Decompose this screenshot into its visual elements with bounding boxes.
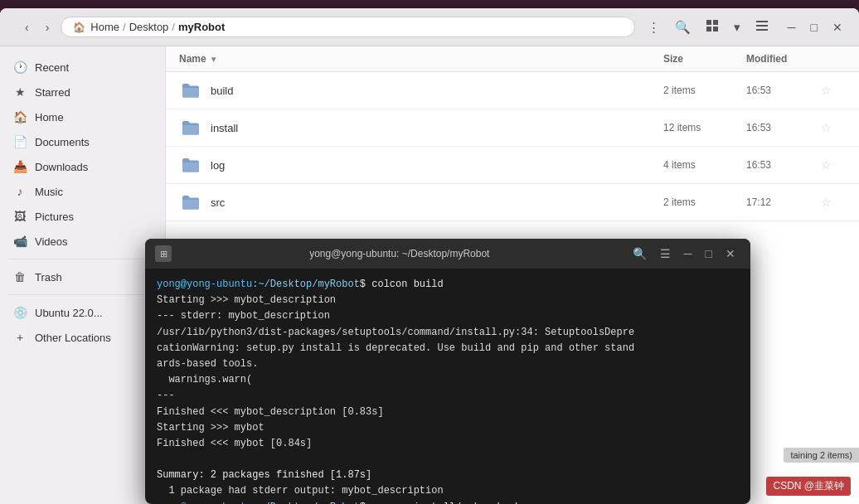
terminal-line-9: Finished <<< mybot_description [0.83s]	[157, 405, 739, 420]
terminal-line-13: Summary: 2 packages finished [1.87s]	[157, 468, 739, 483]
col-header-size[interactable]: Size	[663, 53, 746, 65]
sidebar-label-other: Other Locations	[35, 332, 152, 344]
name-header-label: Name	[179, 53, 206, 65]
terminal-line-6: ards-based tools.	[157, 356, 739, 372]
view-grid-button[interactable]	[700, 15, 725, 39]
sidebar-item-documents[interactable]: 📄 Documents	[0, 129, 165, 154]
folder-icon	[179, 192, 202, 212]
size-header-label: Size	[663, 53, 683, 65]
sidebar-label-pictures: Pictures	[35, 211, 152, 223]
sidebar-item-ubuntu[interactable]: 💿 Ubuntu 22.0...	[0, 300, 165, 325]
table-row[interactable]: log 4 items 16:53 ☆	[166, 147, 859, 184]
terminal-line-10: Starting >>> mybot	[157, 420, 739, 436]
more-options-button[interactable]: ⋮	[642, 16, 666, 39]
terminal-titlebar: ⊞ yong@yong-ubuntu: ~/Desktop/myRobot 🔍 …	[145, 239, 750, 269]
sidebar-item-videos[interactable]: 📹 Videos	[0, 229, 165, 254]
watermark: CSDN @韭菜钟	[766, 477, 851, 496]
file-list-header: Name ▼ Size Modified	[166, 46, 859, 72]
breadcrumb: 🏠 Home / Desktop / myRobot	[61, 17, 634, 37]
table-row[interactable]: install 12 items 16:53 ☆	[166, 109, 859, 147]
sidebar-item-trash[interactable]: 🗑 Trash	[0, 264, 165, 289]
title-bar: ‹ › 🏠 Home / Desktop / myRobot ⋮ 🔍 ▾	[0, 8, 859, 46]
modified-header-label: Modified	[746, 53, 787, 65]
file-name-build: build	[211, 85, 663, 97]
videos-icon: 📹	[13, 235, 27, 248]
svg-rect-2	[706, 27, 711, 32]
breadcrumb-home[interactable]: Home	[90, 21, 119, 33]
sidebar-label-trash: Trash	[35, 271, 152, 284]
window-actions: ─ □ ✕	[781, 17, 849, 37]
terminal-line-14: 1 package had stderr output: mybot_descr…	[157, 483, 739, 499]
minimize-button[interactable]: ─	[781, 17, 803, 37]
maximize-button[interactable]: □	[804, 17, 824, 37]
file-size-build: 2 items	[663, 85, 746, 96]
file-star-log[interactable]: ☆	[821, 158, 846, 172]
svg-rect-6	[756, 29, 768, 31]
col-header-modified[interactable]: Modified	[746, 53, 821, 65]
forward-button[interactable]: ›	[41, 17, 55, 37]
file-size-log: 4 items	[663, 159, 746, 171]
sort-arrow-icon: ▼	[210, 55, 218, 64]
sidebar-label-home: Home	[35, 111, 152, 124]
file-star-src[interactable]: ☆	[821, 196, 846, 209]
back-button[interactable]: ‹	[20, 17, 34, 37]
terminal-close-button[interactable]: ✕	[721, 245, 740, 263]
sidebar-divider2	[8, 294, 157, 295]
terminal-line-12	[157, 452, 739, 468]
sidebar-divider	[8, 259, 157, 259]
terminal-line-5: cationWarning: setup.py install is depre…	[157, 341, 739, 356]
sidebar-label-ubuntu: Ubuntu 22.0...	[35, 307, 152, 319]
file-star-build[interactable]: ☆	[821, 84, 846, 97]
breadcrumb-desktop[interactable]: Desktop	[129, 21, 169, 33]
col-header-name[interactable]: Name ▼	[179, 53, 663, 65]
sidebar-item-pictures[interactable]: 🖼 Pictures	[0, 204, 165, 229]
folder-icon	[179, 80, 202, 100]
file-star-install[interactable]: ☆	[821, 121, 846, 134]
terminal-body[interactable]: yong@yong-ubuntu:~/Desktop/myRobot$ colc…	[145, 269, 750, 504]
folder-icon	[179, 155, 202, 175]
watermark-text: CSDN @韭菜钟	[773, 480, 844, 492]
sidebar-item-downloads[interactable]: 📥 Downloads	[0, 154, 165, 179]
terminal-actions: 🔍 ☰ ─ □ ✕	[628, 245, 740, 263]
home-icon: 🏠	[73, 22, 85, 33]
sidebar-label-videos: Videos	[35, 235, 152, 248]
svg-rect-1	[713, 20, 718, 25]
sidebar-item-other-locations[interactable]: + Other Locations	[0, 325, 165, 350]
sidebar-label-recent: Recent	[35, 61, 152, 74]
svg-rect-3	[713, 27, 718, 32]
terminal-line-11: Finished <<< mybot [0.84s]	[157, 436, 739, 452]
starred-icon: ★	[13, 85, 27, 99]
file-modified-install: 16:53	[746, 122, 821, 133]
search-button[interactable]: 🔍	[669, 16, 696, 39]
file-name-install: install	[211, 122, 663, 134]
view-list-button[interactable]	[750, 15, 774, 39]
table-row[interactable]: src 2 items 17:12 ☆	[166, 184, 859, 221]
trash-icon: 🗑	[13, 270, 27, 284]
file-modified-build: 16:53	[746, 85, 821, 96]
svg-rect-0	[706, 20, 711, 25]
terminal-line-8: ---	[157, 388, 739, 404]
terminal-window: ⊞ yong@yong-ubuntu: ~/Desktop/myRobot 🔍 …	[145, 239, 750, 504]
file-name-src: src	[211, 196, 663, 209]
sidebar-label-starred: Starred	[35, 86, 152, 99]
terminal-title: yong@yong-ubuntu: ~/Desktop/myRobot	[178, 248, 621, 259]
terminal-line-3: --- stderr: mybot_description	[157, 308, 739, 324]
file-name-log: log	[211, 159, 663, 172]
sidebar-item-home[interactable]: 🏠 Home	[0, 104, 165, 129]
terminal-maximize-button[interactable]: □	[701, 245, 717, 263]
terminal-minimize-button[interactable]: ─	[679, 245, 697, 263]
file-modified-log: 16:53	[746, 159, 821, 171]
terminal-line-15: yong@yong-ubuntu:~/Desktop/myRobot$ sour…	[157, 500, 739, 504]
folder-icon	[179, 118, 202, 138]
terminal-line-1: yong@yong-ubuntu:~/Desktop/myRobot$ colc…	[157, 277, 739, 293]
table-row[interactable]: build 2 items 16:53 ☆	[166, 72, 859, 109]
view-dropdown-button[interactable]: ▾	[728, 16, 746, 39]
sidebar-item-music[interactable]: ♪ Music	[0, 179, 165, 204]
sidebar-item-recent[interactable]: 🕐 Recent	[0, 55, 165, 80]
breadcrumb-current: myRobot	[178, 21, 225, 33]
close-button[interactable]: ✕	[826, 17, 849, 37]
terminal-menu-button[interactable]: ☰	[655, 245, 676, 263]
terminal-search-button[interactable]: 🔍	[628, 245, 652, 263]
sidebar-item-starred[interactable]: ★ Starred	[0, 80, 165, 104]
recent-icon: 🕐	[13, 61, 27, 74]
